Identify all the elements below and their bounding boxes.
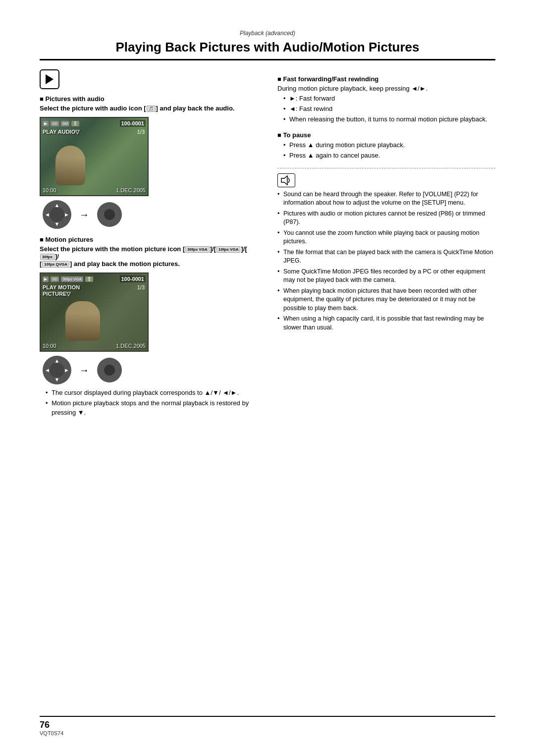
cam-fraction-1: 1/3 xyxy=(137,129,145,135)
fast-forward-header: ■ Fast forwarding/Fast rewinding xyxy=(277,75,495,83)
play-icon xyxy=(46,74,54,84)
cam-icons-left-1: ▶ SD 6M 🔋 xyxy=(43,121,79,126)
cam-fps-icon-2: 30fps VGA xyxy=(61,276,83,282)
left-bullet-1: The cursor displayed during playback cor… xyxy=(46,388,258,397)
fps30-vga-icon: 30fps VGA xyxy=(185,246,209,253)
pictures-audio-instruction: Select the picture with audio icon [🎵] a… xyxy=(40,105,258,112)
page-footer: 76 VQT0S74 xyxy=(40,716,495,736)
cam-date-2: 1.DEC.2005 xyxy=(116,343,146,349)
cam-fraction-2: 1/3 xyxy=(137,284,145,290)
cam-battery-1: 🔋 xyxy=(71,121,79,126)
dpad-left-2: ◄ xyxy=(45,367,50,373)
fps30-icon: 30fps xyxy=(40,254,54,260)
fast-forward-description: During motion picture playback, keep pre… xyxy=(277,85,495,92)
cam-top-bar-2: ▶ SD 30fps VGA 🔋 100-0001 xyxy=(43,275,146,282)
to-pause-header: ■ To pause xyxy=(277,131,495,139)
dpad-center-1 xyxy=(50,207,64,222)
pictures-audio-section: ■ Pictures with audio Select the picture… xyxy=(40,95,258,229)
pictures-audio-header: ■ Pictures with audio xyxy=(40,95,258,103)
speaker-note-2: Pictures with audio or motion pictures c… xyxy=(277,210,495,227)
svg-marker-0 xyxy=(281,176,287,185)
fast-forward-list: ►: Fast forward ◄: Fast rewind When rele… xyxy=(283,94,495,124)
cam-label-2: PLAY MOTION xyxy=(43,284,80,290)
dpad-left-1: ◄ xyxy=(45,212,50,217)
model-number: VQT0S74 xyxy=(40,730,63,736)
cam-icons-left-2: ▶ SD 30fps VGA 🔋 xyxy=(43,276,93,282)
motion-pictures-section: ■ Motion pictures Select the picture wit… xyxy=(40,236,258,384)
cam-label-sub-2: PICTURE▽ xyxy=(43,291,70,297)
cam-time-2: 10:00 xyxy=(43,343,56,349)
dpad-small-2 xyxy=(97,358,122,382)
dpad-right-1: ► xyxy=(64,212,69,217)
page-title: Playing Back Pictures with Audio/Motion … xyxy=(40,40,495,60)
cam-top-bar-1: ▶ SD 6M 🔋 100-0001 xyxy=(43,120,146,127)
dpad-right-2: ► xyxy=(64,367,69,373)
speaker-icon-box xyxy=(277,173,495,187)
speaker-note-1: Sound can be heard through the speaker. … xyxy=(277,190,495,208)
cam-play-icon-2: ▶ xyxy=(43,276,49,282)
dpad-2: ▲ ▼ ◄ ► xyxy=(43,356,71,384)
fps10-qvga-icon: 10fps QVGA xyxy=(42,261,69,268)
speaker-section: Sound can be heard through the speaker. … xyxy=(277,168,495,332)
speaker-note-6: When playing back motion pictures that h… xyxy=(277,287,495,313)
left-bullet-2: Motion picture playback stops and the no… xyxy=(46,399,258,417)
speaker-icon xyxy=(277,173,295,187)
cam-label-1: PLAY AUDIO▽ xyxy=(43,129,79,135)
arrow-right-1: → xyxy=(79,209,89,220)
cam-6m-icon-1: 6M xyxy=(61,121,69,126)
cam-person-2 xyxy=(65,301,100,341)
dpad-center-2 xyxy=(50,363,64,378)
to-pause-item-2: Press ▲ again to cancel pause. xyxy=(283,151,495,160)
cam-counter-2: 100-0001 xyxy=(120,275,146,282)
fast-forward-item-1: ►: Fast forward xyxy=(283,94,495,103)
cam-sd-icon-1: SD xyxy=(51,121,59,126)
dpad-up-2: ▲ xyxy=(54,358,60,364)
camera-screen-1: ▶ SD 6M 🔋 100-0001 PLAY AUDIO▽ 1/3 10:00… xyxy=(40,117,149,196)
page-number-block: 76 VQT0S74 xyxy=(40,720,63,736)
cam-sd-icon-2: SD xyxy=(51,276,59,282)
cam-date-1: 1.DEC.2005 xyxy=(116,187,146,193)
dpad-small-center-1 xyxy=(104,209,115,220)
left-bottom-bullets: The cursor displayed during playback cor… xyxy=(40,388,258,417)
speaker-note-7: When using a high capacity card, it is p… xyxy=(277,315,495,332)
left-column: ■ Pictures with audio Select the picture… xyxy=(40,69,258,419)
dpad-1: ▲ ▼ ◄ ► xyxy=(43,200,71,229)
speaker-note-4: The file format that can be played back … xyxy=(277,248,495,266)
cam-bottom-bar-2: 10:00 1.DEC.2005 xyxy=(43,343,146,349)
left-bullet-list: The cursor displayed during playback cor… xyxy=(46,388,258,417)
arrow-right-2: → xyxy=(79,365,89,376)
speaker-notes-list: Sound can be heard through the speaker. … xyxy=(277,190,495,332)
fast-forward-section: ■ Fast forwarding/Fast rewinding During … xyxy=(277,75,495,124)
play-icon-box xyxy=(40,69,59,89)
cam-bottom-bar-1: 10:00 1.DEC.2005 xyxy=(43,187,146,193)
cam-play-icon-1: ▶ xyxy=(43,121,49,126)
cam-battery-2: 🔋 xyxy=(85,276,93,282)
page-subtitle: Playback (advanced) xyxy=(40,30,495,37)
to-pause-item-1: Press ▲ during motion picture playback. xyxy=(283,141,495,150)
to-pause-section: ■ To pause Press ▲ during motion picture… xyxy=(277,131,495,160)
right-column: ■ Fast forwarding/Fast rewinding During … xyxy=(277,69,495,419)
speaker-note-5: Some QuickTime Motion JPEG files recorde… xyxy=(277,268,495,285)
dpad-down-1: ▼ xyxy=(54,221,60,227)
motion-pictures-header: ■ Motion pictures xyxy=(40,236,258,243)
page: Playback (advanced) Playing Back Picture… xyxy=(0,0,535,756)
fps10-vga-icon: 10fps VGA xyxy=(216,246,240,253)
cam-counter-1: 100-0001 xyxy=(120,120,146,127)
cam-time-1: 10:00 xyxy=(43,187,56,193)
dpad-down-2: ▼ xyxy=(54,377,60,382)
dpad-row-2: ▲ ▼ ◄ ► → xyxy=(43,356,258,384)
two-column-layout: ■ Pictures with audio Select the picture… xyxy=(40,69,495,419)
motion-pictures-instruction: Select the picture with the motion pictu… xyxy=(40,245,258,268)
audio-icon-inline: 🎵 xyxy=(147,106,156,112)
fast-forward-item-3: When releasing the button, it turns to n… xyxy=(283,115,495,124)
cam-person-1 xyxy=(55,146,85,185)
speaker-note-3: You cannot use the zoom function while p… xyxy=(277,229,495,246)
page-number: 76 xyxy=(40,720,63,730)
dpad-row-1: ▲ ▼ ◄ ► → xyxy=(43,200,258,229)
camera-screen-2: ▶ SD 30fps VGA 🔋 100-0001 PLAY MOTION PI… xyxy=(40,272,149,352)
speaker-svg xyxy=(280,175,292,185)
dpad-small-center-2 xyxy=(104,365,115,376)
dpad-small-1 xyxy=(97,202,122,227)
fast-rewind-item: ◄: Fast rewind xyxy=(283,105,495,113)
dpad-up-1: ▲ xyxy=(54,202,60,208)
